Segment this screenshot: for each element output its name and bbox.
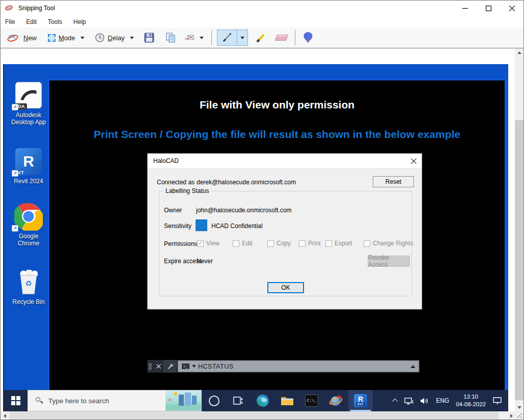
scroll-down-arrow[interactable]	[515, 403, 523, 412]
command-bar-close-button[interactable]	[153, 360, 163, 373]
heading-print-screen: Print Screen / Copying the file will res…	[49, 128, 505, 141]
paint3d-button[interactable]	[299, 32, 317, 44]
wrench-icon	[167, 363, 174, 370]
desktop-icon-label: Autodesk Desktop App	[7, 111, 50, 126]
weather-widget-icon[interactable]	[166, 390, 201, 411]
cortana-button[interactable]	[202, 390, 226, 411]
vertical-scrollbar[interactable]	[515, 48, 523, 412]
recycle-bin-icon: ♻	[14, 268, 43, 296]
edge-button[interactable]	[251, 390, 275, 411]
heading-view-only: File with View only permission	[49, 99, 505, 111]
ok-button[interactable]: OK	[267, 282, 304, 293]
desktop-icon-revit[interactable]: R RVT ↗ Revit 2024	[7, 147, 50, 185]
dialog-close-button[interactable]	[405, 154, 422, 168]
horizontal-scroll-thumb[interactable]	[9, 411, 499, 419]
reset-button[interactable]: Reset	[373, 176, 414, 187]
save-button[interactable]	[141, 33, 158, 43]
sensitivity-label: Sensitivity	[164, 222, 191, 230]
email-button[interactable]: ✉✂	[183, 31, 207, 44]
pen-button-selected[interactable]	[217, 30, 248, 46]
mode-dropdown-arrow[interactable]	[80, 37, 85, 39]
command-text: HCSTATUS	[198, 363, 234, 370]
windows-logo-icon	[11, 396, 20, 405]
network-icon[interactable]	[404, 397, 413, 405]
new-button[interactable]: ✂ New	[4, 30, 40, 45]
command-prompt-icon: C:\_	[305, 395, 318, 407]
drag-grip-icon[interactable]	[147, 360, 153, 373]
horizontal-scrollbar[interactable]	[1, 411, 516, 419]
eraser-button[interactable]	[272, 35, 291, 41]
desktop-icon-label: Revit 2024	[14, 178, 43, 185]
command-dropdown-arrow[interactable]	[192, 365, 196, 368]
command-prompt-button[interactable]: C:\_	[299, 390, 324, 411]
highlighter-button[interactable]	[251, 32, 269, 43]
desktop-icon-autodesk[interactable]: ADA ↗ Autodesk Desktop App	[7, 81, 50, 126]
globe-app-button[interactable]	[324, 390, 348, 411]
clock[interactable]: 13:10 04-08-2022	[456, 393, 486, 408]
email-dropdown-arrow[interactable]	[200, 37, 204, 39]
menu-help[interactable]: Help	[73, 18, 86, 25]
delay-dropdown-arrow[interactable]	[130, 37, 134, 39]
new-scissors-icon: ✂	[7, 32, 20, 43]
connected-as-label: Connected as	[157, 179, 195, 186]
revoke-access-button: Revoke Access	[368, 256, 410, 267]
delay-button[interactable]: Delay	[91, 31, 137, 45]
mode-button[interactable]: Mode	[44, 32, 88, 44]
clock-icon	[95, 33, 105, 43]
desktop-icon-chrome[interactable]: ↗ Google Chrome	[7, 202, 50, 247]
file-explorer-button[interactable]	[275, 390, 299, 411]
permissions-label: Permissions	[164, 240, 197, 247]
copy-checkbox[interactable]	[267, 240, 274, 247]
terminal-icon: >_	[181, 363, 190, 370]
taskbar-search[interactable]: Type here to search	[27, 390, 202, 411]
action-center-icon[interactable]	[492, 397, 502, 405]
task-view-icon	[233, 395, 244, 406]
edit-checkbox[interactable]	[233, 240, 239, 247]
pen-dropdown-arrow[interactable]	[237, 30, 247, 45]
menu-file[interactable]: File	[5, 18, 15, 25]
captured-screenshot: ADA ↗ Autodesk Desktop App R RVT ↗ Revit…	[3, 64, 508, 411]
shortcut-arrow-icon: ↗	[12, 225, 18, 232]
menu-tools[interactable]: Tools	[48, 18, 62, 25]
owner-label: Owner	[164, 207, 182, 214]
shortcut-arrow-icon: ↗	[12, 170, 18, 177]
minimize-button[interactable]	[453, 1, 477, 16]
scroll-left-arrow[interactable]	[1, 411, 9, 420]
copy-icon	[166, 33, 176, 43]
scroll-up-arrow[interactable]	[515, 48, 523, 57]
search-placeholder: Type here to search	[48, 397, 109, 405]
print-checkbox[interactable]	[299, 240, 306, 247]
permission-edit: Edit	[233, 240, 253, 247]
desktop-icon-recycle-bin[interactable]: ♻ Recycle Bin	[7, 268, 50, 305]
paint3d-balloon-icon	[303, 32, 313, 44]
revit-taskbar-icon: R RVT	[354, 394, 367, 407]
maximize-button[interactable]	[477, 1, 500, 16]
volume-icon[interactable]	[420, 397, 429, 405]
window-title: Snipping Tool	[18, 5, 55, 12]
toolbar-separator	[211, 30, 212, 45]
toolbar: ✂ New Mode Delay	[1, 27, 523, 48]
export-checkbox[interactable]	[325, 240, 332, 247]
close-icon	[509, 6, 515, 11]
copy-button[interactable]	[162, 33, 179, 43]
resize-grip[interactable]	[515, 411, 523, 419]
start-button[interactable]	[4, 390, 27, 411]
close-button[interactable]	[500, 1, 523, 16]
menu-edit[interactable]: Edit	[26, 18, 37, 25]
show-hidden-icons-chevron[interactable]	[392, 399, 398, 404]
owner-value: john@halosecude.onmicrosoft.com	[196, 207, 292, 214]
eraser-icon	[275, 35, 288, 41]
expand-up-arrow[interactable]	[410, 365, 416, 368]
language-indicator[interactable]: ENG	[436, 397, 449, 404]
task-view-button[interactable]	[226, 390, 251, 411]
vertical-scroll-thumb[interactable]	[515, 120, 523, 400]
view-checkbox[interactable]	[197, 240, 204, 247]
change-rights-checkbox[interactable]	[364, 240, 370, 247]
customize-wrench-button[interactable]	[163, 360, 177, 373]
expire-access-value: Never	[197, 258, 213, 265]
minimize-icon	[462, 6, 468, 11]
titlebar: ✂ Snipping Tool	[1, 1, 523, 16]
command-input[interactable]: >_ HCSTATUS	[178, 360, 419, 372]
close-icon	[156, 364, 161, 369]
revit-taskbar-button[interactable]: R RVT	[348, 390, 373, 411]
